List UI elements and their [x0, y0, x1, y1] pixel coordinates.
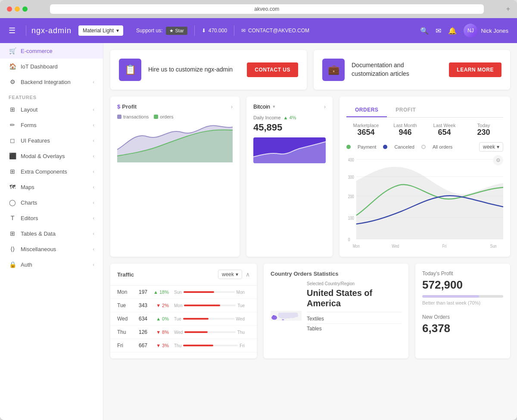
stat-label: Last Week	[425, 123, 464, 128]
tab-profit[interactable]: PROFIT	[387, 103, 424, 117]
brand-name: ngx-admin	[31, 26, 72, 35]
profit-card: $ Profit › transactions	[110, 96, 240, 257]
browser-titlebar: akveo.com +	[0, 0, 517, 18]
header-divider-1	[26, 25, 26, 36]
svg-text:Mon: Mon	[353, 243, 360, 249]
layout-icon: ⊞	[9, 106, 16, 113]
country-item-tables: Tables	[307, 324, 402, 333]
week-label: week	[222, 271, 234, 277]
country-content: Selected Country/Region United States of…	[271, 281, 402, 350]
svg-text:0: 0	[348, 237, 350, 242]
sidebar-item-extra[interactable]: ⊞ Extra Components ‹	[0, 164, 103, 179]
sidebar-item-label: IoT Dashboard	[21, 63, 58, 70]
theme-label: Material Light	[83, 28, 114, 34]
misc-icon: ⟨⟩	[9, 246, 16, 252]
sidebar-item-auth[interactable]: 🔒 Auth ‹	[0, 257, 103, 272]
sidebar-item-tables[interactable]: ⊞ Tables & Data ‹	[0, 226, 103, 241]
expand-icon[interactable]: ∧	[246, 271, 250, 278]
mail-icon[interactable]: ✉	[436, 27, 441, 35]
email-icon: ✉	[241, 28, 246, 34]
mini-bar	[184, 331, 235, 333]
browser-plus[interactable]: +	[506, 5, 510, 13]
support-section: Support us: ★ Star	[136, 27, 187, 35]
sidebar-item-maps[interactable]: 🗺 Maps ‹	[0, 179, 103, 195]
sidebar-item-layout[interactable]: ⊞ Layout ‹	[0, 102, 103, 117]
chevron-icon: ‹	[93, 153, 94, 159]
bitcoin-more[interactable]: ›	[324, 104, 326, 110]
traffic-value: 667	[130, 342, 147, 348]
auth-icon: 🔒	[9, 261, 16, 268]
promo-card-1: 📋 Hire us to customize ngx-admin CONTACT…	[110, 50, 307, 90]
sidebar-item-ecommerce[interactable]: 🛒 E-commerce	[0, 43, 103, 59]
hamburger-icon[interactable]: ☰	[9, 26, 16, 35]
right-column: Country Orders Statistics	[264, 264, 408, 358]
backend-icon: ⚙	[9, 78, 16, 85]
svg-text:300: 300	[348, 174, 354, 180]
theme-selector[interactable]: Material Light ▾	[78, 25, 123, 36]
sidebar-item-label: UI Features	[21, 137, 50, 144]
user-menu[interactable]: NJ Nick Jones	[464, 24, 508, 37]
traffic-value: 343	[130, 302, 147, 308]
sidebar-item-misc[interactable]: ⟨⟩ Miscellaneous ‹	[0, 241, 103, 257]
sidebar-item-charts[interactable]: ◯ Charts ‹	[0, 195, 103, 210]
profit-legend: transactions orders	[117, 114, 233, 119]
avatar: NJ	[464, 24, 477, 37]
mini-from-label: Mon	[174, 303, 182, 308]
search-icon[interactable]: 🔍	[420, 27, 429, 35]
mini-bar	[183, 318, 234, 320]
sidebar-item-forms[interactable]: ✏ Forms ‹	[0, 117, 103, 133]
bell-icon[interactable]: 🔔	[448, 27, 457, 35]
svg-point-15	[271, 315, 277, 320]
svg-point-16	[282, 319, 284, 320]
traffic-change: ▼ 3%	[147, 343, 169, 348]
payment-label: Payment	[358, 144, 376, 149]
chevron-icon: ‹	[93, 246, 94, 252]
time-filter[interactable]: week ▾	[479, 142, 503, 152]
today-profit-label: Today's Profit	[422, 271, 503, 277]
mini-to-label: Tue	[237, 303, 245, 308]
contact-us-button[interactable]: CONTACT US	[247, 62, 298, 77]
profit-arrow[interactable]: ›	[231, 104, 233, 110]
mini-to-label: Fri	[240, 343, 245, 348]
chevron-icon: ‹	[93, 107, 94, 112]
traffic-row-wed: Wed 634 ▲ 0% Tue Wed	[110, 312, 257, 326]
learn-more-button[interactable]: LEARN MORE	[449, 62, 501, 77]
traffic-mini-chart: Tue Wed	[174, 317, 245, 321]
svg-text:Wed: Wed	[392, 243, 399, 249]
daily-pct: ▲ 4%	[283, 115, 296, 120]
dot-green[interactable]	[22, 6, 28, 12]
sidebar-item-iot[interactable]: 🏠 IoT Dashboard	[0, 59, 103, 74]
user-name: Nick Jones	[481, 28, 508, 34]
svg-text:400: 400	[348, 157, 354, 162]
country-name: United States of America	[307, 288, 402, 308]
iot-icon: 🏠	[9, 63, 16, 70]
orders-label: orders	[160, 114, 173, 119]
traffic-day: Fri	[117, 342, 130, 348]
traffic-change: ▼ 2%	[147, 303, 169, 308]
traffic-day: Wed	[117, 316, 130, 322]
star-button[interactable]: ★ Star	[166, 27, 187, 35]
traffic-card: Traffic week ▾ ∧ Mon 197	[110, 264, 257, 358]
tables-icon: ⊞	[9, 230, 16, 237]
dot-yellow[interactable]	[15, 6, 20, 12]
all-orders-label: All orders	[433, 144, 452, 149]
stat-label: Marketplace	[346, 123, 386, 128]
sidebar-item-ui[interactable]: ◻ UI Features ‹	[0, 133, 103, 148]
sidebar-item-modal[interactable]: ⬛ Modal & Overlays ‹	[0, 148, 103, 164]
mini-to-label: Wed	[236, 317, 245, 321]
sidebar-item-label: Forms	[21, 122, 37, 128]
chevron-icon: ‹	[93, 138, 94, 143]
dot-red[interactable]	[7, 6, 12, 12]
chevron-icon: ‹	[93, 169, 94, 174]
sidebar-item-editors[interactable]: T Editors ‹	[0, 210, 103, 226]
tab-orders[interactable]: ORDERS	[346, 103, 387, 117]
browser-url[interactable]: akveo.com	[50, 4, 484, 14]
sidebar-item-backend[interactable]: ⚙ Backend Integration ‹	[0, 74, 103, 90]
week-select[interactable]: week ▾	[218, 270, 242, 279]
settings-icon[interactable]: ⚙	[493, 155, 503, 165]
chevron-icon: ‹	[93, 79, 94, 84]
bitcoin-selector[interactable]: Bitcoin ▾	[253, 103, 275, 110]
traffic-controls: week ▾ ∧	[218, 270, 250, 279]
new-orders-value: 6,378	[422, 322, 503, 335]
transactions-dot	[117, 115, 121, 119]
